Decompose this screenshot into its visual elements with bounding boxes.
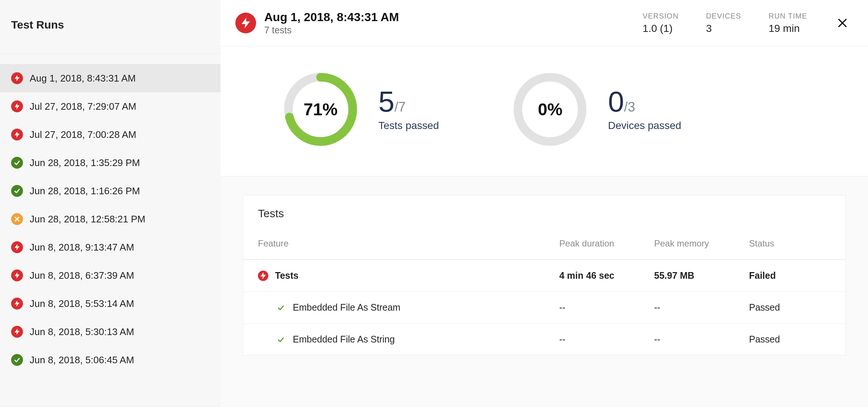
tests-numerator: 5	[378, 85, 394, 118]
sidebar-header: Test Runs	[0, 0, 221, 54]
peak-memory: 55.97 MB	[654, 270, 749, 281]
run-item[interactable]: Jun 28, 2018, 12:58:21 PM	[0, 205, 221, 233]
col-feature: Feature	[258, 238, 559, 249]
feature-name: Tests	[275, 270, 298, 281]
feature-name: Embedded File As Stream	[293, 302, 400, 313]
check-icon	[11, 157, 23, 169]
status-text: Failed	[749, 270, 831, 281]
run-item-label: Jun 8, 2018, 6:37:39 AM	[30, 270, 134, 281]
peak-duration: --	[559, 302, 654, 313]
close-button[interactable]	[835, 15, 850, 31]
check-icon	[11, 185, 23, 197]
run-item-label: Jun 8, 2018, 5:30:13 AM	[30, 326, 134, 338]
bolt-icon	[11, 269, 23, 281]
run-item[interactable]: Jun 8, 2018, 5:53:14 AM	[0, 289, 221, 318]
stat-devices: DEVICES 3	[706, 12, 741, 34]
devices-denominator: /3	[624, 99, 635, 115]
bolt-icon	[258, 271, 268, 281]
tests-percent-text: 71%	[284, 72, 358, 146]
feature-name: Embedded File As String	[293, 334, 395, 345]
summary-row: 71% 5/7 Tests passed 0% 0/3 Devic	[221, 46, 868, 176]
run-item-label: Aug 1, 2018, 8:43:31 AM	[30, 73, 136, 84]
bolt-icon	[11, 326, 23, 338]
run-item-label: Jun 28, 2018, 1:35:29 PM	[30, 157, 140, 169]
main-panel: Aug 1, 2018, 8:43:31 AM 7 tests VERSION …	[221, 0, 868, 407]
tests-caption: Tests passed	[378, 120, 439, 132]
check-icon	[11, 354, 23, 366]
stat-version-value: 1.0 (1)	[643, 23, 679, 34]
run-item-label: Jun 8, 2018, 9:13:47 AM	[30, 242, 134, 253]
run-list: Aug 1, 2018, 8:43:31 AMJul 27, 2018, 7:2…	[0, 54, 221, 374]
col-peak-duration: Peak duration	[559, 238, 654, 249]
topbar: Aug 1, 2018, 8:43:31 AM 7 tests VERSION …	[221, 0, 868, 46]
bolt-icon	[11, 100, 23, 112]
x-icon	[11, 213, 23, 225]
topbar-right: VERSION 1.0 (1) DEVICES 3 RUN TIME 19 mi…	[643, 12, 850, 34]
stat-version: VERSION 1.0 (1)	[643, 12, 679, 34]
peak-memory: --	[654, 302, 749, 313]
tests-passed-gauge: 71% 5/7 Tests passed	[284, 72, 439, 146]
run-item-label: Jun 8, 2018, 5:06:45 AM	[30, 354, 134, 366]
devices-numerator: 0	[608, 85, 624, 118]
stat-devices-label: DEVICES	[706, 12, 741, 20]
status-text: Passed	[749, 334, 831, 345]
status-text: Passed	[749, 302, 831, 313]
table-row[interactable]: Embedded File As Stream----Passed	[243, 291, 845, 323]
run-item-label: Jul 27, 2018, 7:00:28 AM	[30, 129, 136, 140]
devices-caption: Devices passed	[608, 120, 681, 132]
run-title: Aug 1, 2018, 8:43:31 AM	[264, 10, 399, 24]
run-item[interactable]: Jul 27, 2018, 7:29:07 AM	[0, 92, 221, 120]
run-item-label: Jun 28, 2018, 1:16:26 PM	[30, 185, 140, 197]
run-item[interactable]: Jun 8, 2018, 5:30:13 AM	[0, 318, 221, 346]
stat-runtime: RUN TIME 19 min	[769, 12, 807, 34]
bolt-icon	[11, 298, 23, 310]
peak-duration: --	[559, 334, 654, 345]
run-item[interactable]: Jun 28, 2018, 1:35:29 PM	[0, 149, 221, 177]
stat-devices-value: 3	[706, 23, 741, 34]
run-item[interactable]: Jun 8, 2018, 9:13:47 AM	[0, 233, 221, 261]
run-subtitle: 7 tests	[264, 25, 399, 36]
col-status: Status	[749, 238, 831, 249]
run-item[interactable]: Aug 1, 2018, 8:43:31 AM	[0, 64, 221, 92]
card-area: Tests Feature Peak duration Peak memory …	[221, 176, 868, 407]
run-item-label: Jul 27, 2018, 7:29:07 AM	[30, 101, 136, 112]
tests-card: Tests Feature Peak duration Peak memory …	[243, 195, 846, 355]
run-item[interactable]: Jun 28, 2018, 1:16:26 PM	[0, 177, 221, 205]
run-item-label: Jun 28, 2018, 12:58:21 PM	[30, 214, 145, 225]
col-peak-memory: Peak memory	[654, 238, 749, 249]
stat-runtime-value: 19 min	[769, 23, 807, 34]
sidebar: Test Runs Aug 1, 2018, 8:43:31 AMJul 27,…	[0, 0, 221, 407]
run-item[interactable]: Jun 8, 2018, 5:06:45 AM	[0, 346, 221, 374]
check-icon	[276, 334, 286, 345]
bolt-icon	[11, 129, 23, 140]
table-row[interactable]: Embedded File As String----Passed	[243, 323, 845, 355]
bolt-icon	[11, 241, 23, 253]
stat-version-label: VERSION	[643, 12, 679, 20]
table-row[interactable]: Tests4 min 46 sec55.97 MBFailed	[243, 259, 845, 291]
run-item[interactable]: Jul 27, 2018, 7:00:28 AM	[0, 120, 221, 149]
stat-runtime-label: RUN TIME	[769, 12, 807, 20]
run-item[interactable]: Jun 8, 2018, 6:37:39 AM	[0, 261, 221, 289]
check-icon	[276, 302, 286, 313]
tests-denominator: /7	[394, 99, 405, 115]
devices-percent-text: 0%	[513, 72, 587, 146]
topbar-left: Aug 1, 2018, 8:43:31 AM 7 tests	[235, 10, 399, 36]
bolt-icon	[11, 72, 23, 84]
devices-passed-gauge: 0% 0/3 Devices passed	[513, 72, 681, 146]
run-status-icon	[235, 13, 256, 33]
tests-table-header: Feature Peak duration Peak memory Status	[243, 238, 845, 259]
peak-duration: 4 min 46 sec	[559, 270, 654, 281]
tests-card-title: Tests	[243, 195, 845, 238]
peak-memory: --	[654, 334, 749, 345]
run-item-label: Jun 8, 2018, 5:53:14 AM	[30, 298, 134, 310]
sidebar-title: Test Runs	[11, 19, 209, 31]
